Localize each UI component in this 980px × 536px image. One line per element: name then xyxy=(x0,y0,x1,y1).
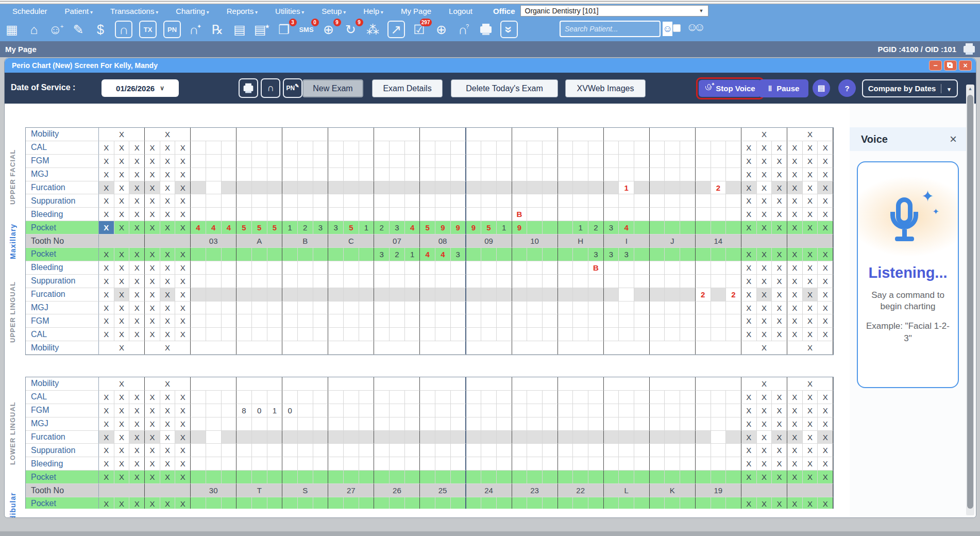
perio-cell[interactable] xyxy=(696,261,711,275)
perio-cell[interactable] xyxy=(588,275,604,288)
perio-cell[interactable] xyxy=(252,181,267,195)
perio-cell[interactable] xyxy=(405,417,420,431)
perio-cell[interactable]: X xyxy=(741,288,757,301)
perio-cell[interactable] xyxy=(313,301,329,315)
perio-cell[interactable]: 2 xyxy=(298,221,313,234)
perio-cell[interactable]: X xyxy=(787,301,803,315)
perio-cell[interactable]: X xyxy=(129,328,145,341)
perio-cell[interactable] xyxy=(696,208,711,221)
perio-cell[interactable] xyxy=(573,301,588,315)
perio-cell[interactable] xyxy=(374,261,390,275)
perio-cell[interactable] xyxy=(512,377,558,391)
perio-cell[interactable] xyxy=(558,208,573,221)
calendar-icon[interactable]: ▦ xyxy=(4,21,20,38)
perio-cell[interactable] xyxy=(527,417,543,431)
perio-cell[interactable] xyxy=(374,341,420,355)
edit-forms-icon[interactable]: ✎ xyxy=(71,21,86,38)
perio-cell[interactable]: X xyxy=(160,417,176,431)
perio-cell[interactable] xyxy=(711,261,726,275)
perio-cell[interactable] xyxy=(665,194,680,208)
perio-cell[interactable] xyxy=(298,444,313,457)
perio-cell[interactable]: X xyxy=(803,471,818,484)
perio-cell[interactable]: 3 xyxy=(604,248,619,261)
perio-cell[interactable] xyxy=(527,221,543,234)
perio-cell[interactable] xyxy=(481,497,497,509)
perio-cell[interactable]: X xyxy=(160,181,176,195)
perio-cell[interactable] xyxy=(512,181,528,195)
perio-cell[interactable] xyxy=(191,377,236,391)
perio-cell[interactable] xyxy=(634,261,650,275)
perio-cell[interactable] xyxy=(711,457,726,471)
perio-cell[interactable]: X xyxy=(803,444,818,457)
perio-cell[interactable] xyxy=(222,457,237,471)
perio-cell[interactable] xyxy=(466,275,482,288)
perio-cell[interactable] xyxy=(206,301,222,315)
perio-cell[interactable] xyxy=(558,155,573,168)
perio-cell[interactable] xyxy=(451,181,466,195)
perio-cell[interactable]: 9 xyxy=(451,221,466,234)
perio-cell[interactable] xyxy=(313,248,329,261)
web-access-icon[interactable]: ⊕ xyxy=(434,21,449,38)
perio-cell[interactable] xyxy=(680,497,696,509)
perio-cell[interactable] xyxy=(512,497,528,509)
perio-cell[interactable]: X xyxy=(757,497,772,509)
perio-cell[interactable] xyxy=(497,404,512,417)
perio-cell[interactable] xyxy=(619,261,634,275)
perio-cell[interactable]: X xyxy=(803,417,818,431)
perio-cell[interactable] xyxy=(466,444,482,457)
perio-cell[interactable]: X xyxy=(114,328,130,341)
perio-cell[interactable] xyxy=(619,314,634,328)
perio-cell[interactable] xyxy=(435,275,451,288)
perio-cell[interactable] xyxy=(558,431,573,444)
perio-cell[interactable] xyxy=(558,417,573,431)
perio-cell[interactable] xyxy=(359,181,375,195)
perio-cell[interactable]: X xyxy=(803,314,818,328)
perio-cell[interactable]: X xyxy=(129,444,145,457)
tooth-number[interactable]: J xyxy=(650,234,696,248)
perio-cell[interactable] xyxy=(726,275,741,288)
perio-cell[interactable]: X xyxy=(129,221,145,234)
perio-cell[interactable] xyxy=(696,168,711,181)
perio-cell[interactable]: X xyxy=(145,314,160,328)
perio-cell[interactable]: X xyxy=(160,168,176,181)
perio-cell[interactable]: X xyxy=(160,457,176,471)
perio-cell[interactable] xyxy=(558,341,604,355)
perio-cell[interactable] xyxy=(527,155,543,168)
perio-cell[interactable] xyxy=(222,275,237,288)
perio-cell[interactable] xyxy=(512,471,528,484)
perio-cell[interactable] xyxy=(282,457,298,471)
perio-cell[interactable]: X xyxy=(818,261,833,275)
perio-cell[interactable]: X xyxy=(99,391,114,404)
add-patient-icon[interactable]: ☺+ xyxy=(48,21,64,38)
perio-cell[interactable] xyxy=(527,248,543,261)
perio-cell[interactable] xyxy=(191,181,206,195)
perio-cell[interactable] xyxy=(451,471,466,484)
perio-cell[interactable] xyxy=(696,248,711,261)
perio-cell[interactable] xyxy=(588,208,604,221)
perio-cell[interactable]: 5 xyxy=(481,221,497,234)
perio-cell[interactable] xyxy=(543,141,558,155)
perio-cell[interactable]: X xyxy=(757,194,772,208)
perio-cell[interactable] xyxy=(313,328,329,341)
perio-cell[interactable] xyxy=(328,288,344,301)
perio-cell[interactable] xyxy=(313,275,329,288)
perio-cell[interactable]: X xyxy=(145,168,160,181)
perio-cell[interactable] xyxy=(298,208,313,221)
perio-cell[interactable] xyxy=(236,288,252,301)
perio-cell[interactable] xyxy=(680,288,696,301)
perio-cell[interactable]: X xyxy=(818,417,833,431)
perio-cell[interactable]: X xyxy=(818,141,833,155)
perio-cell[interactable]: 3 xyxy=(588,248,604,261)
perio-cell[interactable] xyxy=(588,155,604,168)
perio-cell[interactable] xyxy=(466,301,482,315)
perio-cell[interactable] xyxy=(222,155,237,168)
perio-cell[interactable] xyxy=(191,457,206,471)
perio-cell[interactable] xyxy=(696,155,711,168)
perio-cell[interactable]: X xyxy=(114,301,130,315)
perio-cell[interactable]: X xyxy=(160,155,176,168)
perio-cell[interactable] xyxy=(236,431,252,444)
perio-cell[interactable] xyxy=(222,168,237,181)
perio-cell[interactable] xyxy=(435,155,451,168)
perio-cell[interactable]: X xyxy=(145,301,160,315)
perio-cell[interactable] xyxy=(313,168,329,181)
